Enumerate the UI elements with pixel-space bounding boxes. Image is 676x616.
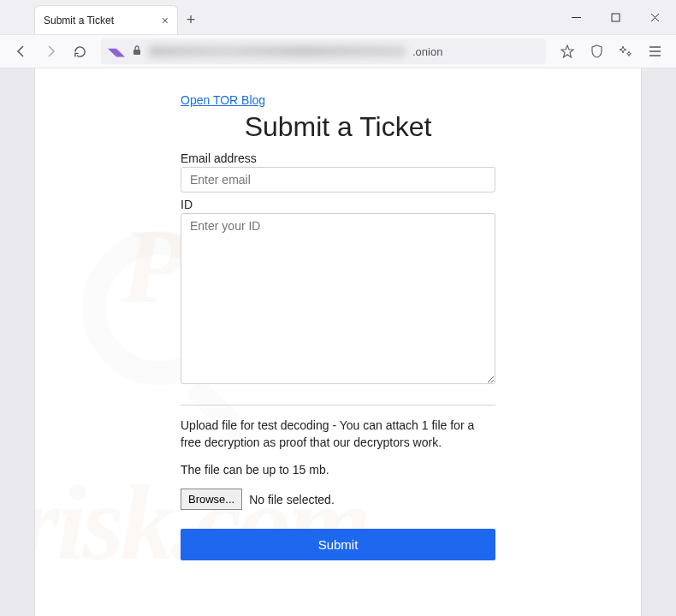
- svg-rect-1: [133, 50, 140, 55]
- reload-button[interactable]: [67, 38, 92, 64]
- page-content: PCrisk risk.com Open TOR Blog Submit a T…: [34, 68, 642, 616]
- address-bar[interactable]: ◥◣ .onion: [101, 38, 546, 64]
- close-tab-icon[interactable]: ×: [162, 14, 169, 27]
- id-label: ID: [181, 198, 495, 211]
- page-title: Submit a Ticket: [181, 111, 495, 143]
- email-label: Email address: [181, 151, 495, 165]
- shield-icon[interactable]: [584, 38, 609, 64]
- tab-title: Submit a Ticket: [44, 15, 162, 27]
- sparkle-icon[interactable]: [613, 38, 638, 64]
- lock-icon: [132, 44, 142, 58]
- file-picker-row: Browse... No file selected.: [181, 489, 495, 510]
- new-tab-button[interactable]: +: [178, 5, 204, 34]
- url-suffix: .onion: [412, 45, 442, 58]
- file-limit-text: The file can be up to 15 mb.: [181, 463, 495, 477]
- onion-icon: ◥◣: [108, 45, 125, 58]
- forward-button[interactable]: [38, 38, 63, 64]
- window-titlebar: Submit a Ticket × +: [0, 0, 676, 34]
- menu-button[interactable]: [642, 38, 667, 64]
- url-blurred: [149, 45, 406, 57]
- svg-rect-0: [612, 14, 620, 21]
- file-status-text: No file selected.: [249, 493, 335, 506]
- upload-description: Upload file for test decoding - You can …: [181, 418, 495, 451]
- maximize-button[interactable]: [596, 4, 635, 30]
- back-button[interactable]: [9, 38, 34, 64]
- close-window-button[interactable]: [635, 4, 674, 30]
- bookmark-star-icon[interactable]: [554, 38, 580, 64]
- email-input[interactable]: [181, 167, 495, 192]
- divider: [181, 405, 495, 406]
- browser-viewport: PCrisk risk.com Open TOR Blog Submit a T…: [0, 68, 676, 616]
- open-tor-blog-link[interactable]: Open TOR Blog: [181, 93, 265, 107]
- browser-toolbar: ◥◣ .onion: [0, 34, 676, 68]
- id-textarea[interactable]: [181, 213, 495, 384]
- minimize-button[interactable]: [556, 4, 596, 30]
- browse-button[interactable]: Browse...: [181, 489, 242, 510]
- browser-tab[interactable]: Submit a Ticket ×: [34, 5, 178, 34]
- submit-button[interactable]: Submit: [181, 529, 495, 560]
